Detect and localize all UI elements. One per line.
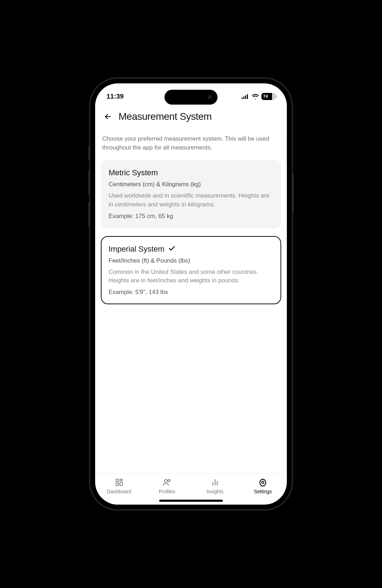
- tab-label: Dashboard: [107, 489, 132, 494]
- svg-point-8: [164, 480, 167, 482]
- tab-insights[interactable]: Insights: [191, 477, 239, 494]
- profiles-icon: [162, 477, 172, 487]
- svg-rect-0: [242, 98, 243, 99]
- option-subtitle: Centimeters (cm) & Kilograms (kg): [109, 181, 273, 188]
- svg-rect-4: [116, 479, 118, 482]
- tab-label: Settings: [254, 489, 272, 494]
- page-header: Measurement System: [95, 105, 287, 128]
- svg-rect-6: [120, 482, 122, 486]
- home-indicator[interactable]: [159, 500, 223, 502]
- tab-label: Profiles: [159, 489, 175, 494]
- phone-frame: 11:39: [90, 78, 292, 510]
- svg-rect-2: [245, 95, 246, 99]
- option-detail: Used worldwide and in scientific measure…: [109, 192, 273, 209]
- svg-rect-1: [243, 96, 244, 99]
- screen: 11:39: [95, 83, 287, 505]
- settings-icon: [258, 477, 268, 487]
- option-title: Metric System: [109, 168, 158, 177]
- content-area: Choose your preferred measurement system…: [95, 128, 287, 474]
- battery-percentage: 74: [261, 94, 268, 99]
- svg-rect-3: [247, 94, 248, 99]
- check-icon: [168, 245, 176, 254]
- page-title: Measurement System: [118, 111, 212, 122]
- page-description: Choose your preferred measurement system…: [101, 135, 281, 152]
- status-time: 11:39: [106, 93, 124, 100]
- dynamic-island: [164, 90, 218, 105]
- option-detail: Common in the United States and some oth…: [109, 268, 273, 285]
- battery-icon: 74: [261, 93, 276, 100]
- cellular-icon: [242, 94, 249, 99]
- tab-settings[interactable]: Settings: [239, 477, 287, 494]
- option-metric-system[interactable]: Metric System Centimeters (cm) & Kilogra…: [101, 160, 281, 228]
- option-example: Example: 5'9", 143 lbs: [109, 289, 273, 296]
- svg-point-13: [262, 481, 264, 483]
- wifi-icon: [252, 94, 259, 99]
- back-button[interactable]: [103, 112, 113, 122]
- arrow-left-icon: [104, 112, 112, 121]
- svg-rect-5: [120, 479, 122, 481]
- option-subtitle: Feet/Inches (ft) & Pounds (lbs): [109, 257, 273, 264]
- tab-profiles[interactable]: Profiles: [143, 477, 191, 494]
- svg-point-9: [168, 480, 170, 482]
- tab-dashboard[interactable]: Dashboard: [95, 477, 143, 494]
- svg-rect-7: [116, 483, 118, 486]
- tab-label: Insights: [207, 489, 224, 494]
- insights-icon: [210, 477, 220, 487]
- option-imperial-system[interactable]: Imperial System Feet/Inches (ft) & Pound…: [101, 236, 281, 304]
- dashboard-icon: [114, 477, 124, 487]
- option-title: Imperial System: [109, 245, 164, 254]
- option-example: Example: 175 cm, 65 kg: [109, 213, 273, 220]
